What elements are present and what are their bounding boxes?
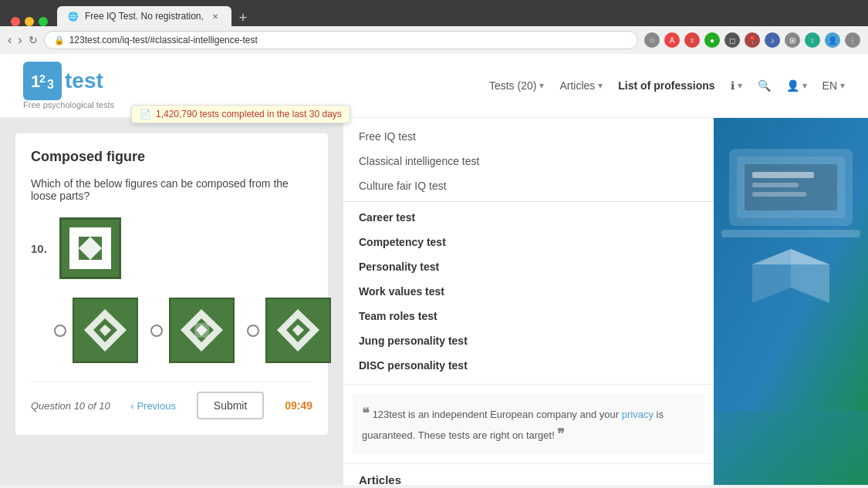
nav-account[interactable]: 👤 ▾ [786,79,807,92]
extension-icon-8[interactable]: ↕ [805,32,820,48]
lang-dropdown-icon: ▾ [840,80,845,91]
quote-text: 123test is an independent European compa… [362,409,664,441]
submit-button[interactable]: Submit [197,392,265,419]
radio-b[interactable] [150,325,163,337]
forward-button[interactable]: › [18,33,22,47]
extension-icon-7[interactable]: ⊞ [785,32,800,48]
nav-search[interactable]: 🔍 [758,79,771,92]
articles-section-header: Articles [343,463,714,485]
menu-item-classical[interactable]: Classical intelligence test [343,149,714,173]
new-tab-button[interactable]: + [233,10,254,26]
browser-tab-active[interactable]: 🌐 Free IQ Test. No registration, ✕ [57,6,231,26]
completion-tooltip: 📄 1,420,790 tests completed in the last … [131,105,350,123]
avatar-icon[interactable]: 👤 [825,32,840,48]
tab-close-icon[interactable]: ✕ [210,11,221,22]
page: 1 2 3 test Free psychological tests Test… [0,54,868,485]
menu-item-work-values[interactable]: Work values test [343,279,714,304]
answer-option-a[interactable] [54,298,138,363]
menu-item-personality[interactable]: Personality test [343,254,714,279]
logo-subtitle: Free psychological tests [23,100,114,109]
figure-b[interactable] [169,298,235,363]
svg-rect-33 [752,183,799,187]
extension-icon-2[interactable]: 2 [684,32,700,48]
nav-articles[interactable]: Articles ▾ [559,79,603,92]
extension-icon-1[interactable]: A [664,32,680,48]
question-text: Which of the below figures can be compos… [31,177,312,202]
tooltip-text: 1,420,790 tests completed in the last 30… [156,109,342,119]
articles-dropdown-icon: ▾ [598,80,603,91]
sidebar-quote: ❝ 123test is an independent European com… [353,394,704,454]
back-button[interactable]: ‹ [8,33,12,47]
extension-icon-6[interactable]: ♪ [765,32,780,48]
tests-dropdown-icon: ▾ [539,80,544,91]
question-title: Composed figure [31,149,312,165]
main-layout: Composed figure Which of the below figur… [0,118,868,485]
menu-item-career[interactable]: Career test [343,205,714,230]
right-panel: Free IQ test Classical intelligence test… [343,118,714,485]
timer: 09:49 [285,399,312,412]
extension-icon-4[interactable]: ◻ [724,32,740,48]
address-bar[interactable]: 🔒 123test.com/iq-test/#classical-intelli… [44,31,638,49]
svg-rect-32 [752,172,814,178]
nav-professions[interactable]: List of professions [618,79,714,92]
figure-a[interactable] [73,298,138,363]
extension-icon-3[interactable]: ● [704,32,720,48]
answer-option-b[interactable] [150,298,235,363]
previous-link[interactable]: ‹ Previous [130,400,176,412]
menu-item-competency[interactable]: Competency test [343,230,714,254]
logo-text: test [65,69,103,93]
close-quote-icon: ❞ [557,426,565,442]
nav-language[interactable]: EN ▾ [822,79,845,92]
nav-tests[interactable]: Tests (20) ▾ [489,79,544,92]
minimize-window-button[interactable] [25,17,34,26]
dropdown-menu: Free IQ test Classical intelligence test… [343,118,714,385]
main-figure-svg [63,221,117,275]
answer-options [31,298,312,363]
question-progress: Question 10 of 10 [31,400,110,412]
svg-rect-19 [194,323,209,338]
menu-item-culture-fair[interactable]: Culture fair IQ test [343,173,714,198]
question-number: 10. [31,242,47,255]
nav-info[interactable]: ℹ ▾ [731,79,742,92]
info-dropdown-icon: ▾ [738,80,742,91]
nav-footer: Question 10 of 10 ‹ Previous Submit 09:4… [31,382,312,419]
extension-icon-5[interactable]: 📍 [745,32,760,48]
menu-item-team-roles[interactable]: Team roles test [343,304,714,328]
browser-chrome: 🌐 Free IQ Test. No registration, ✕ + [0,0,868,26]
menu-item-jung[interactable]: Jung personality test [343,328,714,353]
svg-text:3: 3 [47,78,54,91]
svg-rect-34 [752,192,806,197]
logo-icon: 1 2 3 [23,62,62,100]
account-dropdown-icon: ▾ [802,80,807,91]
main-figure [59,217,121,279]
figure-c[interactable] [265,298,331,363]
hero-image [714,118,868,485]
maximize-window-button[interactable] [39,17,48,26]
bookmark-icon[interactable]: ☆ [644,32,660,48]
menu-icon[interactable]: ⋮ [845,32,860,48]
svg-rect-35 [721,230,860,237]
menu-item-free-iq[interactable]: Free IQ test [343,124,714,149]
radio-a[interactable] [54,325,66,337]
content-area: Composed figure Which of the below figur… [0,118,343,485]
answer-option-c[interactable] [247,298,331,363]
open-quote-icon: ❝ [362,406,370,421]
security-lock-icon: 🔒 [54,35,65,45]
url-text: 123test.com/iq-test/#classical-intellige… [69,35,258,45]
radio-c[interactable] [247,325,259,337]
menu-divider-1 [343,201,714,202]
menu-item-disc[interactable]: DISC personality test [343,353,714,378]
site-logo[interactable]: 1 2 3 test Free psychological tests [23,62,114,109]
browser-toolbar: ‹ › ↻ 🔒 123test.com/iq-test/#classical-i… [0,26,868,54]
privacy-link[interactable]: privacy [622,409,654,420]
svg-text:2: 2 [39,72,46,85]
tab-title: Free IQ Test. No registration, [85,11,204,22]
reload-button[interactable]: ↻ [29,34,38,46]
svg-rect-8 [69,260,111,269]
main-nav: Tests (20) ▾ Articles ▾ List of professi… [489,79,845,92]
question-card: Composed figure Which of the below figur… [15,133,328,435]
tooltip-icon: 📄 [140,109,151,119]
hero-svg [714,118,868,411]
close-window-button[interactable] [11,17,20,26]
figure-display: 10. [31,217,312,279]
